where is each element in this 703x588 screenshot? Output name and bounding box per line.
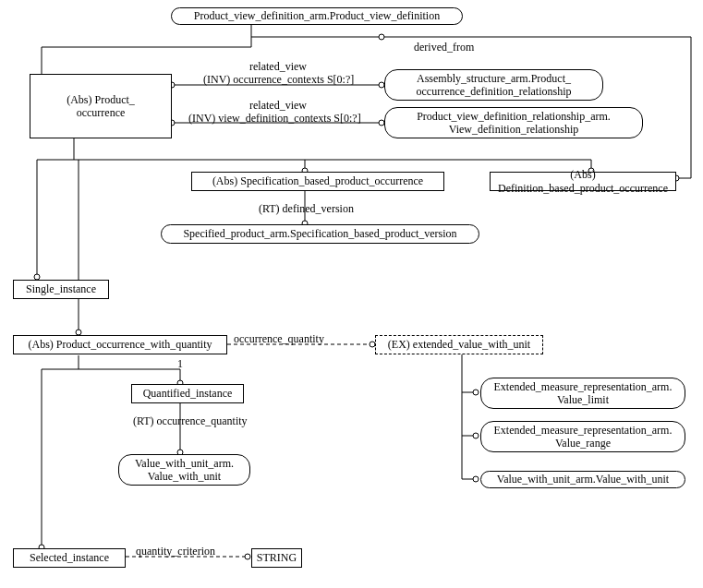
node-selected-instance: Selected_instance (13, 548, 126, 568)
svg-point-41 (473, 433, 479, 438)
node-product-occurrence: (Abs) Product_ occurrence (30, 74, 172, 138)
svg-point-40 (473, 390, 479, 395)
label-rt-occurrence-quantity: (RT) occurrence_quantity (133, 414, 248, 428)
node-spec-pv: Specified_product_arm.Specification_base… (161, 224, 479, 244)
label-related-view-2: related_view (249, 99, 307, 113)
node-po-text: (Abs) Product_ occurrence (67, 93, 135, 120)
node-vwu2: Value_with_unit_arm.Value_with_unit (480, 471, 685, 488)
label-inv-occ: (INV) occurrence_contexts S[0:?] (203, 73, 354, 87)
label-related-view-1: related_view (249, 60, 307, 74)
node-asm: Assembly_structure_arm.Product_ occurren… (384, 69, 603, 101)
node-ext-vwu-text: (EX) extended_value_with_unit (388, 338, 530, 351)
node-def-po: (Abs) Definition_based_product_occurrenc… (490, 172, 676, 191)
node-pvd: Product_view_definition_arm.Product_view… (171, 7, 463, 25)
node-ext-vwu: (EX) extended_value_with_unit (375, 335, 543, 354)
node-spec-pv-text: Specified_product_arm.Specification_base… (183, 227, 456, 240)
node-spec-po-text: (Abs) Specification_based_product_occurr… (212, 174, 423, 187)
node-string-text: STRING (257, 551, 297, 564)
node-qi: Quantified_instance (131, 384, 244, 403)
node-val-range-text: Extended_measure_representation_arm. Val… (494, 424, 673, 450)
label-rt-defined-version: (RT) defined_version (259, 202, 354, 216)
svg-point-44 (245, 554, 250, 559)
node-powq: (Abs) Product_occurrence_with_quantity (13, 335, 227, 354)
node-string: STRING (251, 548, 302, 568)
node-sel-inst-text: Selected_instance (30, 551, 109, 564)
node-vwu-text: Value_with_unit_arm. Value_with_unit (135, 457, 234, 484)
node-qi-text: Quantified_instance (143, 387, 233, 400)
node-asm-text: Assembly_structure_arm.Product_ occurren… (417, 72, 572, 99)
svg-point-42 (473, 476, 479, 482)
label-one: 1 (177, 357, 183, 371)
node-val-limit-text: Extended_measure_representation_arm. Val… (494, 380, 673, 407)
node-powq-text: (Abs) Product_occurrence_with_quantity (29, 338, 212, 351)
node-pvd-text: Product_view_definition_arm.Product_view… (194, 9, 440, 22)
svg-point-2 (379, 34, 384, 40)
node-pvdr-text: Product_view_definition_relationship_arm… (417, 110, 611, 137)
node-pvdr: Product_view_definition_relationship_arm… (384, 107, 643, 138)
node-val-range: Extended_measure_representation_arm. Val… (480, 421, 685, 452)
node-val-limit: Extended_measure_representation_arm. Val… (480, 378, 685, 409)
node-spec-po: (Abs) Specification_based_product_occurr… (191, 172, 444, 191)
label-derived-from: derived_from (414, 41, 474, 54)
label-occurrence-quantity: occurrence_quantity (234, 332, 324, 346)
node-single-instance: Single_instance (13, 280, 109, 299)
node-single-text: Single_instance (26, 282, 96, 295)
node-vwu2-text: Value_with_unit_arm.Value_with_unit (497, 473, 669, 486)
node-def-po-text: (Abs) Definition_based_product_occurrenc… (496, 168, 670, 195)
label-inv-vd: (INV) view_definition_contexts S[0:?] (188, 112, 361, 126)
node-vwu: Value_with_unit_arm. Value_with_unit (118, 454, 250, 486)
label-quantity-criterion: quantity_criterion (136, 545, 215, 558)
